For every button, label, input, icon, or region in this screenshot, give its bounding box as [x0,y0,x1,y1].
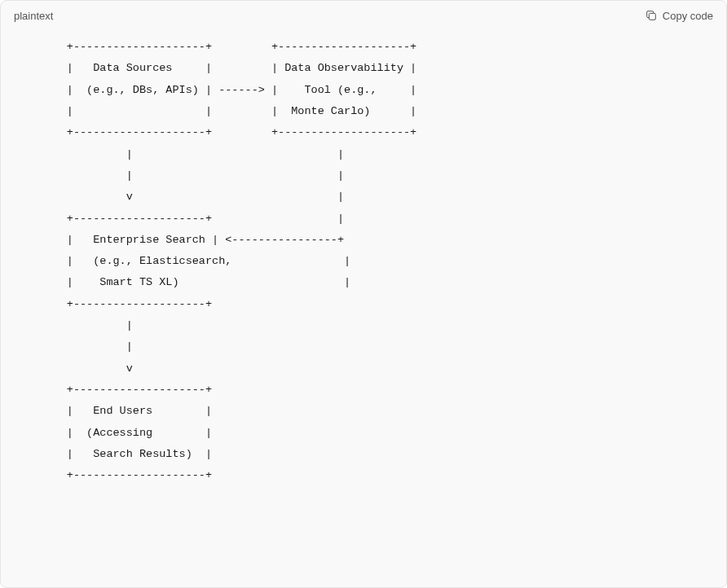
copy-icon [645,9,658,22]
copy-code-button[interactable]: Copy code [645,9,713,22]
language-label: plaintext [14,10,53,22]
code-block-container: plaintext Copy code +-------------------… [0,0,727,588]
code-block-header: plaintext Copy code [1,1,726,30]
copy-code-label: Copy code [663,10,713,22]
svg-rect-0 [649,13,655,20]
code-content: +--------------------+ +----------------… [1,30,726,587]
